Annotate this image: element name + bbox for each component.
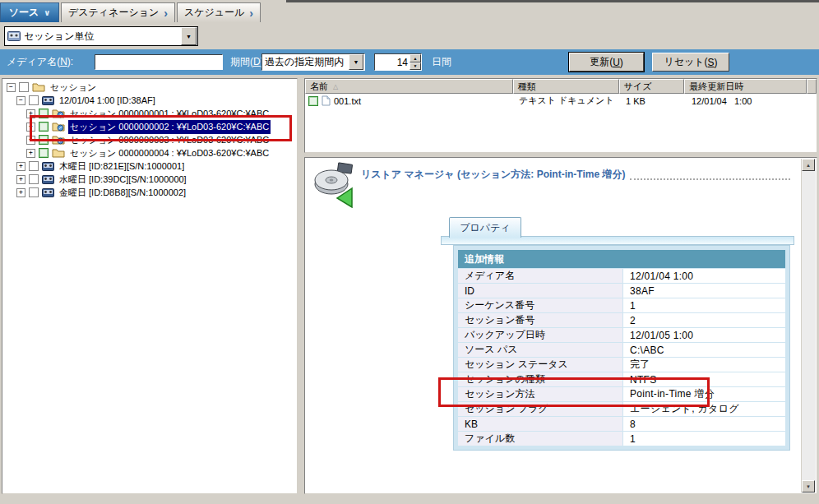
- period-dropdown[interactable]: 過去の指定期間内: [261, 53, 365, 71]
- tab-destination-label: デスティネーション: [68, 6, 159, 20]
- chevron-right-icon: [164, 7, 168, 20]
- tree-item-label[interactable]: セッション 0000000003 : ¥¥LoD03-620¥C:¥ABC: [68, 133, 271, 147]
- tree-item-label[interactable]: セッション 0000000001 : ¥¥LoD03-620¥C:¥ABC: [68, 107, 271, 121]
- tab-properties[interactable]: プロパティ: [449, 217, 521, 238]
- table-row: KB8: [458, 417, 785, 431]
- table-row: バックアップ日時12/01/05 1:00: [458, 328, 785, 342]
- reset-button[interactable]: リセット(S): [652, 53, 729, 72]
- column-header-name[interactable]: 名前 △: [305, 79, 513, 94]
- dropdown-arrow-icon[interactable]: [349, 54, 363, 70]
- session-folder-icon: [52, 122, 65, 132]
- spin-down-icon[interactable]: [410, 62, 421, 71]
- days-input[interactable]: [375, 54, 410, 70]
- tree-item-session-2[interactable]: セッション 0000000002 : ¥¥LoD03-620¥C:¥ABC: [2, 120, 297, 133]
- column-header-filler: [807, 79, 817, 94]
- checkbox[interactable]: [19, 82, 29, 92]
- tree-item-media[interactable]: 12/01/04 1:00 [ID:38AF]: [2, 94, 297, 107]
- tree-item-thursday-media[interactable]: 木曜日 [ID:821E][S/N:1000001]: [2, 160, 297, 173]
- scroll-down-icon[interactable]: [802, 480, 815, 492]
- file-size: 1 KB: [622, 96, 687, 106]
- column-header-type[interactable]: 種類: [513, 79, 619, 94]
- expand-icon[interactable]: [26, 123, 35, 132]
- expand-icon[interactable]: [26, 149, 35, 158]
- tree-item-session-4[interactable]: セッション 0000000004 : ¥¥LoD03-620¥C:¥ABC: [2, 146, 297, 160]
- media-name-input[interactable]: [95, 54, 223, 70]
- tree-item-friday-media[interactable]: 金曜日 [ID:D8B8][S/N:1000002]: [2, 186, 297, 199]
- tree-item-label[interactable]: 木曜日 [ID:821E][S/N:1000001]: [58, 160, 186, 173]
- session-folder-icon: [52, 135, 65, 145]
- days-spinner: [374, 53, 422, 71]
- restore-manager-header: リストア マネージャ (セッション方法: Point-in-Time 増分): [361, 168, 790, 182]
- tree-item-label[interactable]: セッション: [49, 81, 98, 95]
- file-list-panel: 名前 △ 種類 サイズ 最終更新日時 001.txt テキスト ドキュメント 1…: [304, 78, 817, 153]
- restore-manager-title: リストア マネージャ (セッション方法: Point-in-Time 増分): [361, 168, 625, 182]
- checkbox-checked[interactable]: [39, 148, 49, 158]
- session-tree-panel: セッション 12/01/04 1:00 [ID:38AF] セッション 0000…: [2, 78, 298, 494]
- expand-icon[interactable]: [26, 136, 35, 145]
- tree-item-label[interactable]: 12/01/04 1:00 [ID:38AF]: [58, 95, 157, 106]
- tape-icon: [42, 96, 54, 105]
- table-row-session-method: セッション方法Point-in-Time 増分: [458, 387, 785, 401]
- tab-source[interactable]: ソース: [0, 2, 59, 22]
- tape-icon: [7, 31, 21, 41]
- tree-item-label[interactable]: 金曜日 [ID:D8B8][S/N:1000002]: [58, 186, 187, 200]
- window-top-edge: [286, 0, 819, 2]
- checkbox-checked[interactable]: [308, 96, 318, 106]
- tape-icon: [42, 175, 54, 184]
- folder-icon: [32, 82, 45, 92]
- expand-icon[interactable]: [16, 175, 25, 184]
- restore-manager-window: ソース デスティネーション スケジュール セッション単位 メディア名(N): 期…: [0, 0, 819, 504]
- header-dotted-rule: [630, 178, 790, 180]
- expand-icon[interactable]: [26, 109, 35, 118]
- table-row: シーケンス番号1: [458, 298, 785, 312]
- update-button[interactable]: 更新(U): [569, 53, 644, 72]
- spin-up-icon[interactable]: [410, 54, 421, 62]
- tree-item-wednesday-media[interactable]: 水曜日 [ID:39DC][S/N:1000000]: [2, 173, 297, 186]
- table-row: セッション番号2: [458, 313, 785, 327]
- checkbox[interactable]: [29, 161, 39, 171]
- table-row: ID38AF: [458, 284, 785, 298]
- expand-icon[interactable]: [16, 162, 25, 171]
- collapse-icon[interactable]: [7, 83, 16, 92]
- tab-bar: ソース デスティネーション スケジュール: [0, 2, 261, 22]
- tree-item-session-1[interactable]: セッション 0000000001 : ¥¥LoD03-620¥C:¥ABC: [2, 107, 297, 120]
- checkbox[interactable]: [29, 174, 39, 184]
- checkbox[interactable]: [29, 95, 39, 105]
- vertical-scrollbar[interactable]: [801, 159, 816, 492]
- file-type: テキスト ドキュメント: [515, 95, 622, 107]
- column-header-size[interactable]: サイズ: [619, 79, 684, 94]
- tab-schedule[interactable]: スケジュール: [177, 2, 261, 22]
- column-header-modified[interactable]: 最終更新日時: [684, 79, 807, 94]
- folder-icon: [52, 148, 65, 158]
- media-name-label: メディア名(N):: [7, 49, 73, 75]
- view-selector-value: セッション単位: [24, 30, 181, 44]
- dropdown-arrow-icon[interactable]: [181, 27, 197, 45]
- tree-item-sessions-root[interactable]: セッション: [2, 81, 297, 94]
- tree-item-label[interactable]: セッション 0000000004 : ¥¥LoD03-620¥C:¥ABC: [68, 146, 271, 160]
- expand-icon[interactable]: [16, 188, 25, 197]
- restore-manager-disk-icon: [313, 162, 358, 210]
- tree-item-label-selected[interactable]: セッション 0000000002 : ¥¥LoD03-620¥C:¥ABC: [68, 120, 271, 134]
- restore-properties-panel: リストア マネージャ (セッション方法: Point-in-Time 増分) プ…: [304, 157, 817, 494]
- file-row[interactable]: 001.txt テキスト ドキュメント 1 KB 12/01/04 1:00: [305, 94, 817, 108]
- table-row: ソース パスC:\ABC: [458, 343, 785, 357]
- file-name[interactable]: 001.txt: [334, 96, 361, 106]
- tab-source-label: ソース: [9, 6, 39, 20]
- period-dropdown-value: 過去の指定期間内: [262, 55, 349, 69]
- checkbox[interactable]: [29, 187, 39, 197]
- collapse-icon[interactable]: [16, 96, 25, 105]
- view-selector-combobox[interactable]: セッション単位: [4, 26, 198, 46]
- tab-destination[interactable]: デスティネーション: [61, 2, 175, 22]
- scroll-up-icon[interactable]: [802, 159, 815, 171]
- chevron-right-icon: [249, 7, 253, 20]
- checkbox-checked[interactable]: [39, 122, 49, 132]
- tab-schedule-label: スケジュール: [184, 6, 244, 20]
- checkbox-checked[interactable]: [39, 109, 49, 118]
- additional-info-table: 追加情報 メディア名12/01/04 1:00 ID38AF シーケンス番号1 …: [453, 245, 790, 451]
- file-modified: 12/01/04 1:00: [687, 96, 811, 106]
- session-folder-icon: [52, 109, 65, 118]
- checkbox-checked[interactable]: [39, 135, 49, 145]
- tree-item-label[interactable]: 水曜日 [ID:39DC][S/N:1000000]: [58, 173, 188, 187]
- tree-item-session-3[interactable]: セッション 0000000003 : ¥¥LoD03-620¥C:¥ABC: [2, 133, 297, 146]
- chevron-down-icon: [44, 8, 50, 17]
